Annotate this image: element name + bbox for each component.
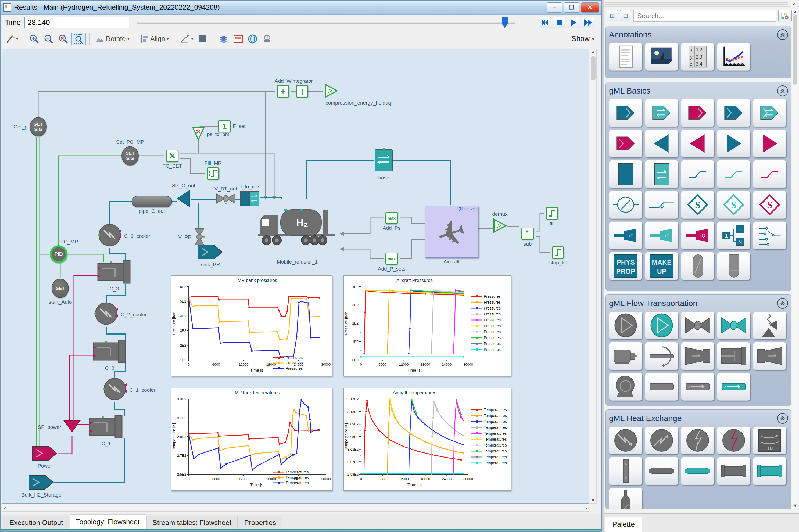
node-stop_fill[interactable]: stop_fill (552, 246, 564, 259)
node-Fill_MR[interactable]: Fill_MR (207, 167, 219, 180)
horizontal-scrollbar[interactable]: ‹› (2, 504, 589, 512)
node-C_1_cooler[interactable]: C_1_cooler (102, 377, 127, 403)
node-Mobile_refueler_1[interactable]: H₂Mobile_refueler_1 (255, 200, 339, 258)
minimize-button[interactable]: – (547, 2, 562, 13)
node-fill[interactable]: fill (546, 207, 558, 220)
palette-item-connector-bidirectional[interactable] (717, 160, 750, 188)
palette-item-sink-bidirectional[interactable] (753, 99, 786, 127)
stop-button[interactable] (553, 17, 566, 28)
palette-item-valve-gray[interactable] (681, 311, 714, 339)
palette-item-pipe[interactable] (645, 373, 678, 401)
palette-item-tube-exchanger-teal[interactable] (753, 457, 786, 485)
palette-item-pipe-flow-teal[interactable]: z (717, 373, 750, 401)
fast-forward-button[interactable] (582, 17, 594, 28)
palette-item-flow-multiplier-material[interactable]: xF (609, 222, 642, 249)
palette-item-image-annotation[interactable] (645, 43, 678, 71)
node-C_3[interactable]: C_3 (97, 260, 131, 285)
palette-item-spec-power[interactable]: S (753, 191, 786, 219)
palette-item-plate-exchanger[interactable] (609, 457, 642, 485)
collapse-section-icon[interactable] (777, 29, 788, 40)
palette-item-cooler[interactable] (609, 426, 642, 454)
palette-item-junction-in-material[interactable] (645, 130, 678, 157)
search-input[interactable] (633, 10, 776, 22)
palette-item-expander-reverse[interactable] (753, 342, 786, 370)
tab-execution-output[interactable]: Execution Output (3, 516, 69, 529)
expand-all-button[interactable]: ⊞ (607, 10, 618, 21)
palette-item-source-material[interactable] (609, 99, 642, 127)
palette-item-connector-material[interactable] (681, 160, 714, 188)
palette-item-heat-exchanger-power[interactable] (717, 426, 750, 454)
edit-mode-button[interactable]: ▾ (4, 33, 20, 45)
palette-item-centrifugal-blower[interactable] (609, 373, 642, 401)
node-V_BT_out[interactable]: V_BT_out (216, 193, 235, 205)
palette-item-sink-power[interactable] (609, 130, 642, 157)
zoom-in-button[interactable] (28, 33, 41, 45)
layers-button[interactable] (217, 33, 230, 45)
palette-item-junction-out-material[interactable] (717, 130, 750, 157)
time-slider-pin[interactable] (502, 17, 508, 28)
close-button[interactable]: ✕ (581, 2, 599, 13)
rotate-button[interactable]: Rotate▾ (94, 33, 131, 45)
node-Add_Ps[interactable]: maxAdd_Ps (385, 212, 398, 224)
palette-item-motor[interactable] (609, 342, 642, 370)
palette-item-junction-in-power[interactable] (681, 130, 714, 157)
palette-item-spec-material[interactable]: S (681, 191, 714, 219)
palette-item-flow-multiplier-bidirectional[interactable]: xF (645, 222, 678, 249)
palette-close-icon[interactable]: ✕ (791, 1, 797, 7)
globe-button[interactable] (246, 33, 259, 45)
palette-item-duty-multiplier-power[interactable]: xQ (681, 222, 714, 249)
collapse-section-icon[interactable] (777, 86, 788, 96)
collapse-section-icon[interactable] (777, 298, 788, 309)
node-F_set[interactable]: 1F_set (218, 120, 231, 132)
palette-item-expander[interactable] (681, 342, 714, 370)
palette-tab[interactable]: Palette (605, 517, 642, 532)
palette-grip[interactable]: ✕ (604, 0, 799, 7)
node-SP_C_out[interactable]: SP_C_out (176, 190, 191, 209)
play-button[interactable] (568, 17, 580, 28)
palette-item-chart-annotation[interactable] (717, 43, 750, 71)
palette-item-pressure-breaker[interactable]: P (645, 191, 678, 219)
node-V_PR[interactable]: V_PR (194, 228, 205, 247)
palette-scrollbar[interactable]: ▲▼ (792, 8, 798, 509)
node-Add_W[interactable]: +Add_W (277, 85, 289, 97)
palette-item-cylinder-vessel[interactable] (681, 252, 714, 280)
zoom-out-button[interactable] (42, 33, 55, 45)
palette-item-column-vessel[interactable] (609, 488, 642, 509)
collapse-section-icon[interactable] (777, 413, 788, 424)
node-sub[interactable]: +−sub (521, 228, 534, 240)
node-C_3_cooler[interactable]: C_3_cooler (97, 223, 122, 249)
palette-item-shell-exchanger-teal[interactable] (681, 457, 714, 485)
zoom-fit-button[interactable] (71, 33, 86, 45)
palette-settings-icon[interactable] (778, 10, 792, 22)
palette-item-hx-counter-current[interactable]: HX (753, 426, 786, 454)
node-Aircraft[interactable]: (fill.no_vel)✈Aircraft (425, 206, 478, 258)
node-PC_MP[interactable]: PIDPC_MP (50, 245, 68, 263)
node-Power[interactable]: Power (32, 446, 58, 462)
node-C_2_cooler[interactable]: C_2_cooler (94, 302, 118, 327)
tab-stream-tables-flowsheet[interactable]: Stream tables: Flowsheet (147, 516, 237, 529)
palette-item-rounded-vessel[interactable] (717, 252, 750, 280)
palette-item-tube-exchanger-gray[interactable] (717, 457, 750, 485)
restore-button[interactable]: ❐ (564, 2, 579, 13)
flowsheet-canvas[interactable]: +Add_W∫integratorcompression_energy_hold… (2, 49, 589, 504)
node-C_2[interactable]: C_2 (93, 340, 127, 364)
time-slider[interactable] (137, 17, 531, 28)
palette-item-compressor-block[interactable] (717, 342, 750, 370)
palette-item-make-up[interactable]: MAKEUP (645, 252, 678, 280)
node-hose[interactable]: hose (374, 148, 394, 174)
palette-item-heater[interactable] (645, 426, 678, 454)
palette-item-sensor[interactable] (609, 191, 642, 219)
rewind-button[interactable] (538, 17, 551, 28)
palette-item-spec-bidirectional[interactable]: S (717, 191, 750, 219)
angle-tool-button[interactable]: ▾ (178, 33, 195, 45)
fill-color-button[interactable] (196, 33, 209, 45)
node-compression_energy_holduq[interactable]: compression_energy_holduq (324, 83, 338, 99)
node-SP_power[interactable]: SP_power (63, 420, 81, 434)
palette-item-table-annotation[interactable]: x1.2y2.3z3.4 (681, 43, 714, 71)
node-start_Auto[interactable]: SETstart_Auto (52, 279, 69, 298)
show-menu[interactable]: Show▾ (571, 35, 598, 43)
node-ps_to_pm[interactable]: ps_to_pm (192, 127, 205, 142)
palette-item-one-to-n-multiplier[interactable]: 11N (717, 222, 750, 249)
node-pipe_C_out[interactable]: pipe_C_out (132, 196, 172, 207)
node-sink_PR[interactable]: sink_PR (197, 245, 223, 261)
